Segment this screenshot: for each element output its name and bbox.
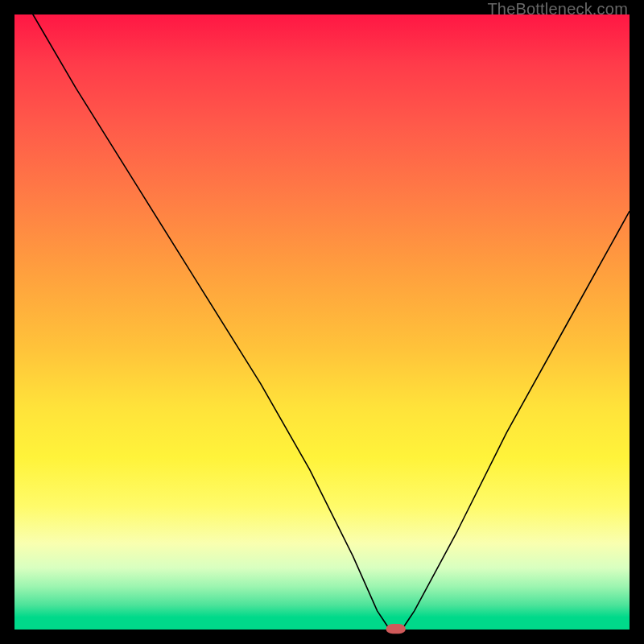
bottleneck-curve xyxy=(14,14,630,630)
plot-area xyxy=(14,14,630,630)
optimal-point-marker xyxy=(386,624,405,634)
chart-container: TheBottleneck.com xyxy=(0,0,644,644)
